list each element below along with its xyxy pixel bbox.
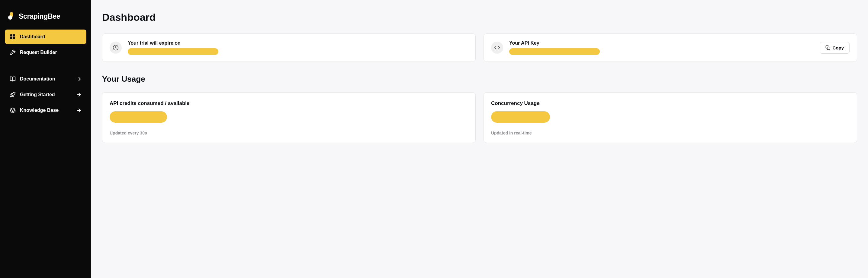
- brand-name: ScrapingBee: [19, 12, 60, 21]
- main-content: Dashboard Your trial will expire on: [91, 0, 868, 278]
- sidebar-item-getting-started[interactable]: Getting Started: [5, 88, 86, 102]
- api-key-label: Your API Key: [509, 40, 814, 46]
- info-cards-row: Your trial will expire on Your API Key: [102, 33, 857, 62]
- layers-icon: [10, 107, 16, 113]
- copy-button-label: Copy: [833, 45, 844, 50]
- logo-icon: [7, 12, 16, 21]
- svg-rect-3: [10, 37, 12, 39]
- svg-rect-2: [13, 34, 15, 36]
- rocket-icon: [10, 92, 16, 98]
- sidebar-item-label: Getting Started: [20, 92, 72, 97]
- wrench-icon: [10, 49, 16, 56]
- trial-expiry-value-redacted: [128, 48, 218, 55]
- usage-section-title: Your Usage: [102, 74, 857, 84]
- usage-cards-row: API credits consumed / available Updated…: [102, 92, 857, 143]
- trial-label: Your trial will expire on: [128, 40, 468, 46]
- svg-point-0: [8, 15, 12, 20]
- credits-title: API credits consumed / available: [110, 100, 468, 106]
- sidebar-item-knowledge-base[interactable]: Knowledge Base: [5, 103, 86, 117]
- brand-logo[interactable]: ScrapingBee: [5, 9, 86, 30]
- copy-icon: [826, 45, 830, 50]
- api-key-card: Your API Key Copy: [484, 33, 857, 62]
- credits-value-redacted: [110, 111, 167, 123]
- trial-expiry-card: Your trial will expire on: [102, 33, 476, 62]
- sidebar-item-label: Knowledge Base: [20, 108, 72, 113]
- clock-icon: [110, 42, 122, 54]
- sidebar: ScrapingBee Dashboard Request Builder: [0, 0, 91, 278]
- sidebar-item-request-builder[interactable]: Request Builder: [5, 45, 86, 60]
- concurrency-card: Concurrency Usage Updated in real-time: [484, 92, 857, 143]
- page-title: Dashboard: [102, 11, 857, 23]
- book-icon: [10, 76, 16, 82]
- svg-rect-10: [827, 47, 830, 50]
- credits-footer: Updated every 30s: [110, 131, 468, 135]
- api-key-value-redacted: [509, 48, 600, 55]
- sidebar-item-label: Dashboard: [20, 34, 82, 39]
- sidebar-item-label: Documentation: [20, 76, 72, 82]
- sidebar-item-documentation[interactable]: Documentation: [5, 72, 86, 86]
- api-credits-card: API credits consumed / available Updated…: [102, 92, 476, 143]
- concurrency-footer: Updated in real-time: [491, 131, 849, 135]
- sidebar-item-label: Request Builder: [20, 50, 82, 55]
- svg-rect-1: [10, 34, 12, 36]
- svg-rect-4: [13, 37, 15, 39]
- code-icon: [491, 42, 503, 54]
- copy-api-key-button[interactable]: Copy: [820, 42, 850, 54]
- concurrency-title: Concurrency Usage: [491, 100, 849, 106]
- nav-secondary: Documentation Getting Started: [5, 72, 86, 117]
- sidebar-item-dashboard[interactable]: Dashboard: [5, 30, 86, 44]
- arrow-right-icon: [76, 76, 82, 82]
- arrow-right-icon: [76, 92, 82, 97]
- arrow-right-icon: [76, 108, 82, 113]
- nav-primary: Dashboard Request Builder: [5, 30, 86, 60]
- grid-icon: [10, 34, 16, 40]
- concurrency-value-redacted: [491, 111, 550, 123]
- svg-marker-7: [10, 108, 16, 110]
